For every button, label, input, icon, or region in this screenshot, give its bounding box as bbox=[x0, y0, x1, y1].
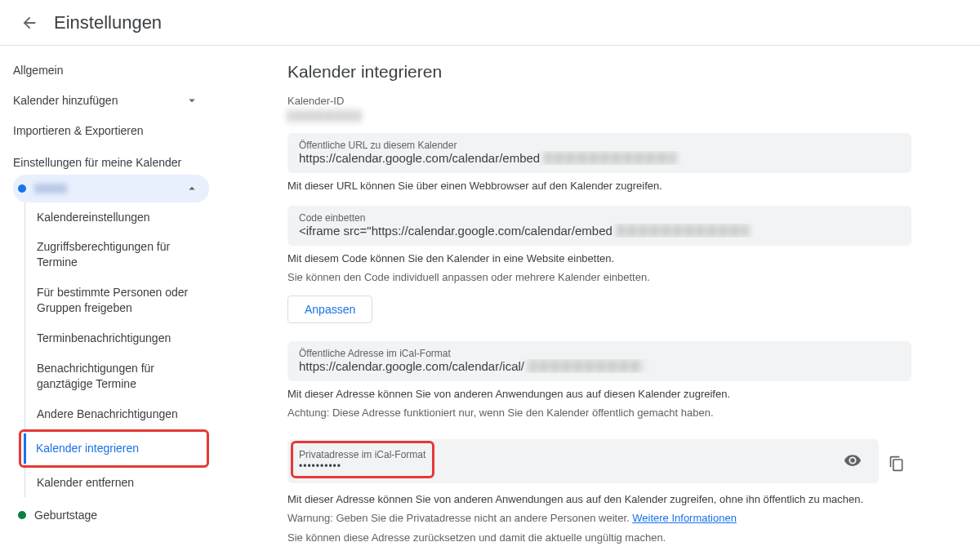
calendar-name-redacted bbox=[34, 184, 67, 193]
sidebar-calendar-birthdays[interactable]: Geburtstage bbox=[13, 502, 209, 528]
sidebar-item-event-notifications[interactable]: Terminbenachrichtigungen bbox=[25, 323, 209, 353]
embed-hint-1: Mit diesem Code können Sie den Kalender … bbox=[287, 251, 911, 267]
customize-button[interactable]: Anpassen bbox=[287, 295, 372, 323]
calendar-color-dot bbox=[18, 184, 26, 193]
chevron-up-icon bbox=[185, 181, 199, 196]
arrow-left-icon bbox=[20, 14, 38, 32]
back-button[interactable] bbox=[13, 7, 46, 39]
sidebar-item-access-permissions[interactable]: Zugriffsberechtigungen für Termine bbox=[25, 232, 209, 278]
sidebar-item-share-specific[interactable]: Für bestimmte Personen oder Gruppen frei… bbox=[25, 278, 209, 323]
public-ical-hint-2: Achtung: Diese Adresse funktioniert nur,… bbox=[287, 405, 911, 421]
private-ical-hint-1: Mit dieser Adresse können Sie von andere… bbox=[287, 491, 911, 508]
sidebar-import-export[interactable]: Importieren & Exportieren bbox=[13, 116, 209, 145]
calendar-id-redacted bbox=[287, 110, 361, 122]
public-ical-field[interactable]: Öffentliche Adresse im iCal-Format https… bbox=[287, 341, 911, 381]
embed-code-field[interactable]: Code einbetten <iframe src="https://cale… bbox=[287, 206, 911, 246]
public-ical-hint-1: Mit dieser Adresse können Sie von andere… bbox=[287, 386, 911, 402]
private-ical-field[interactable]: Privatadresse im iCal-Format •••••••••• bbox=[287, 439, 879, 483]
page-title: Einstellungen bbox=[54, 12, 162, 33]
calendar-id-label: Kalender-ID bbox=[287, 95, 911, 107]
sidebar-item-other-notifications[interactable]: Andere Benachrichtigungen bbox=[25, 399, 209, 429]
sidebar-my-calendars-header: Einstellungen für meine Kalender bbox=[13, 145, 209, 175]
private-ical-warning: Warnung: Geben Sie die Privatadresse nic… bbox=[287, 510, 911, 527]
sidebar-general[interactable]: Allgemein bbox=[13, 56, 209, 85]
field-label: Privatadresse im iCal-Format bbox=[299, 449, 828, 460]
copy-button[interactable] bbox=[882, 449, 911, 478]
copy-icon bbox=[889, 455, 905, 472]
eye-icon bbox=[844, 451, 862, 469]
more-info-link[interactable]: Weitere Informationen bbox=[632, 512, 737, 524]
sidebar-item-calendar-settings[interactable]: Kalendereinstellungen bbox=[25, 202, 209, 233]
sidebar-item-allday-notifications[interactable]: Benachrichtigungen für ganztägige Termin… bbox=[25, 353, 209, 399]
sidebar-add-calendar[interactable]: Kalender hinzufügen bbox=[13, 85, 209, 116]
sidebar-calendar-row[interactable] bbox=[13, 175, 209, 202]
public-url-field[interactable]: Öffentliche URL zu diesem Kalender https… bbox=[287, 133, 911, 173]
embed-hint-2: Sie können den Code individuell anpassen… bbox=[287, 269, 911, 286]
sidebar-item-integrate-calendar[interactable]: Kalender integrieren bbox=[24, 433, 203, 464]
sidebar: Allgemein Kalender hinzufügen Importiere… bbox=[0, 46, 209, 551]
main-content: Kalender integrieren Kalender-ID Öffentl… bbox=[209, 46, 944, 551]
sidebar-other-calendars-header: Einstellungen für weitere bbox=[13, 543, 209, 551]
section-title: Kalender integrieren bbox=[287, 62, 911, 82]
public-url-hint: Mit dieser URL können Sie über einen Web… bbox=[287, 178, 911, 194]
private-ical-hint-3: Sie können diese Adresse zurücksetzen un… bbox=[287, 530, 911, 546]
sidebar-item-remove-calendar[interactable]: Kalender entfernen bbox=[25, 468, 209, 498]
field-label: Code einbetten bbox=[299, 212, 900, 224]
reveal-button[interactable] bbox=[838, 446, 867, 475]
field-label: Öffentliche Adresse im iCal-Format bbox=[299, 348, 900, 359]
chevron-down-icon bbox=[185, 93, 199, 108]
field-label: Öffentliche URL zu diesem Kalender bbox=[299, 140, 900, 151]
calendar-color-dot bbox=[18, 511, 26, 519]
